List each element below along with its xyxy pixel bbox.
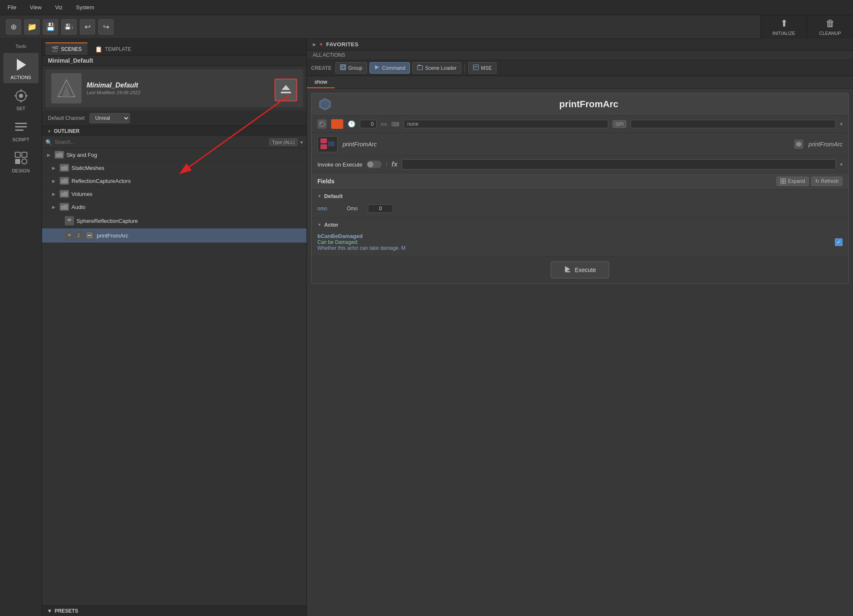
- channel-select[interactable]: Unreal Classic Viz Engine: [90, 113, 130, 123]
- mse-icon: [473, 64, 479, 71]
- time-input[interactable]: 0: [360, 120, 377, 128]
- execute-row: Execute: [312, 256, 848, 283]
- action-type-row: printFromArc printFromArc: [312, 133, 848, 156]
- tree-item-reflection[interactable]: ▶ ReflectionCaptureActors: [42, 174, 306, 188]
- actor-arrow: ▼: [317, 222, 322, 227]
- scene-card-container: Minimal_Default Last Modified: 24-06-202…: [42, 66, 306, 111]
- tree-item-sphere[interactable]: SphereReflectionCapture: [42, 214, 306, 228]
- menu-system[interactable]: System: [74, 3, 97, 12]
- tree-item-meshes[interactable]: ▶ StaticMeshes: [42, 161, 306, 174]
- printFromArc-icon-3: [85, 231, 94, 240]
- favorites-header[interactable]: ▶ ♥ FAVORITES: [307, 39, 853, 50]
- tree-list: ▶ Sky and Fog ▶ StaticMeshes ▶: [42, 148, 306, 605]
- sphere-icon-box: [65, 216, 74, 225]
- new-button[interactable]: ⊕: [6, 19, 21, 34]
- search-input[interactable]: [55, 139, 267, 145]
- color-swatch[interactable]: [331, 119, 343, 129]
- can-damaged-checkbox[interactable]: ✓: [835, 238, 842, 246]
- show-tab[interactable]: show: [307, 76, 335, 88]
- folder-icon-reflection: [60, 177, 69, 185]
- right-content: printFromArc 🕐 0 ms ⌨ none: [307, 89, 853, 616]
- outliner-header[interactable]: ▼ OUTLINER: [42, 126, 306, 136]
- tree-label-audio: Audio: [71, 204, 85, 210]
- svg-rect-24: [88, 235, 91, 236]
- keyboard-icon: ⌨: [391, 121, 399, 127]
- cleanup-button[interactable]: 🗑 CLEANUP: [807, 15, 853, 39]
- toggle-knob: [367, 161, 373, 167]
- fx-input[interactable]: [402, 159, 836, 169]
- tool-actions[interactable]: ACTIONS: [3, 53, 39, 83]
- action-type-info: printFromArc: [343, 141, 789, 148]
- open-button[interactable]: 📁: [24, 19, 40, 34]
- type-filter-badge[interactable]: Type (ALL): [269, 138, 298, 146]
- create-btn-mse[interactable]: MSE: [468, 62, 496, 74]
- default-arrow: ▼: [317, 194, 322, 198]
- expand-icon: [780, 178, 786, 184]
- save-button[interactable]: 💾: [43, 19, 58, 34]
- svg-rect-42: [328, 142, 334, 146]
- tool-set[interactable]: SET: [3, 84, 39, 114]
- cleanup-icon: 🗑: [826, 18, 835, 29]
- tool-design[interactable]: DESIGN: [3, 146, 39, 177]
- redo-button[interactable]: ↪: [98, 19, 114, 34]
- palette-icon: [317, 119, 327, 129]
- set-icon: [13, 87, 29, 104]
- svg-rect-45: [784, 179, 786, 181]
- svg-point-13: [22, 159, 27, 164]
- svg-rect-49: [565, 271, 570, 272]
- tool-script[interactable]: SCRIPT: [3, 115, 39, 145]
- menu-view[interactable]: View: [27, 3, 44, 12]
- action-object-icon: [794, 140, 803, 149]
- tab-scenes[interactable]: 🎬 SCENES: [45, 42, 87, 55]
- all-actions-bar: ALL ACTIONS: [307, 50, 853, 60]
- expand-button[interactable]: Expand: [776, 177, 809, 186]
- default-header[interactable]: ▼ Default: [317, 193, 842, 199]
- invoke-toggle[interactable]: [367, 161, 382, 168]
- tree-label-volumes: Volumes: [71, 191, 92, 197]
- refresh-button[interactable]: ↻ Refresh: [811, 177, 842, 186]
- execute-button[interactable]: Execute: [551, 262, 609, 278]
- field-input-omo[interactable]: 0: [368, 204, 393, 213]
- svg-marker-43: [796, 142, 801, 147]
- scenes-tab-label: SCENES: [61, 46, 82, 52]
- create-btn-group-label: Group: [348, 65, 362, 71]
- key-input[interactable]: none: [404, 120, 609, 128]
- scene-upload-button[interactable]: [275, 79, 297, 101]
- create-btn-command[interactable]: Command: [370, 62, 410, 74]
- menu-file[interactable]: File: [5, 3, 19, 12]
- actor-header[interactable]: ▼ Actor: [317, 222, 842, 228]
- initialize-button[interactable]: ⬆ INITIALIZE: [761, 15, 807, 39]
- save-as-button[interactable]: 💾↓: [61, 19, 77, 34]
- tree-label-reflection: ReflectionCaptureActors: [71, 178, 131, 184]
- design-icon: [13, 150, 29, 167]
- undo-button[interactable]: ↩: [80, 19, 95, 34]
- type-dropdown-icon[interactable]: ▾: [300, 139, 303, 145]
- scene-header-text: Minimal_Default Last Modified: 24-06-202…: [87, 82, 140, 95]
- svg-rect-10: [15, 152, 20, 157]
- gpi-input[interactable]: [631, 120, 836, 128]
- field-row-omo: omo Omo 0: [317, 203, 842, 214]
- scene-name: Minimal_Default: [87, 82, 140, 89]
- printFromArc-icons: Z: [65, 231, 94, 240]
- svg-rect-8: [15, 126, 27, 127]
- tab-template[interactable]: 📋 TEMPLATE: [89, 42, 137, 55]
- svg-point-38: [320, 122, 325, 127]
- svg-rect-11: [22, 152, 27, 157]
- tree-item-printFromArc[interactable]: Z printFromArc: [42, 228, 306, 243]
- create-btn-scene-loader-label: Scene Loader: [425, 65, 457, 71]
- gpi-dropdown-icon[interactable]: ▾: [840, 121, 842, 127]
- default-section: ▼ Default omo Omo 0: [312, 190, 848, 218]
- tool-script-label: SCRIPT: [12, 137, 29, 142]
- tree-item-volumes[interactable]: ▶ Volumes: [42, 188, 306, 201]
- create-btn-scene-loader[interactable]: Scene Loader: [412, 62, 461, 74]
- tool-actions-label: ACTIONS: [11, 75, 31, 80]
- svg-marker-0: [17, 59, 26, 71]
- svg-rect-12: [15, 159, 20, 164]
- outliner-label: OUTLINER: [54, 128, 79, 134]
- tree-item-audio[interactable]: ▶ Audio: [42, 201, 306, 214]
- tree-item-sky[interactable]: ▶ Sky and Fog: [42, 148, 306, 161]
- create-btn-group[interactable]: Group: [335, 62, 367, 74]
- fx-dropdown-icon[interactable]: ▾: [840, 161, 842, 167]
- presets-section[interactable]: ▼ PRESETS: [42, 605, 306, 616]
- menu-viz[interactable]: Viz: [53, 3, 65, 12]
